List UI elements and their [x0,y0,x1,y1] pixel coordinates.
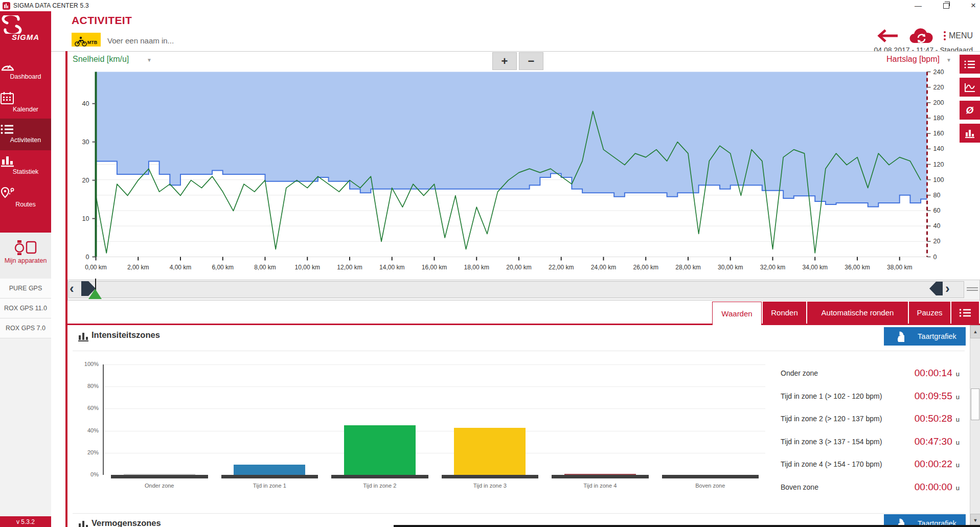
svg-text:22,00 km: 22,00 km [549,264,574,271]
zone-value-row: Tijd in zone 3 (> 137 - 154 bpm)00:47:30… [781,430,960,453]
svg-text:20: 20 [933,238,941,245]
panel-scrollbar[interactable]: ▲ ▼ [970,325,980,527]
zone-value-row: Tijd in zone 2 (> 120 - 137 bpm)00:50:28… [781,407,960,430]
scrollbar-track[interactable] [69,281,964,298]
left-metric-caret-icon[interactable]: ▼ [145,57,153,64]
mtb-cyclist-icon [74,36,87,47]
menu-button[interactable]: MENU [944,31,973,40]
sidebar-device-rox-gps-11[interactable]: ROX GPS 11.0 [0,299,51,318]
sigma-logo-text: SIGMA [0,33,51,41]
sidebar-item-dashboard[interactable]: Dashboard [0,55,51,87]
sidebar-item-activiteiten[interactable]: Activiteiten [0,119,51,150]
restore-icon [943,3,949,9]
svg-text:8,00 km: 8,00 km [254,264,276,271]
y-tick-label: 80% [78,383,99,389]
intensity-section-icon [78,331,89,341]
tab-list-button[interactable] [951,302,979,324]
zone-bar[interactable] [454,428,526,475]
category-label: Tijd in zone 2 [329,483,431,489]
kebab-icon [944,31,946,40]
scrollbar-thumb[interactable] [971,388,979,420]
category-label: Tijd in zone 4 [549,483,651,489]
svg-text:36,00 km: 36,00 km [845,264,870,271]
pie-chart-icon [893,331,904,342]
list-icon [0,123,14,135]
svg-text:100: 100 [933,176,944,184]
sidebar-device-pure-gps[interactable]: PURE GPS [0,279,51,299]
chart-view-bars-button[interactable] [960,124,980,143]
sport-type-label: MTB [87,40,98,45]
svg-text:140: 140 [933,145,944,152]
grid-line [103,453,765,453]
route-pin-icon [0,187,15,200]
tab-pauzes[interactable]: Pauzes [909,302,950,324]
y-tick-label: 100% [78,361,99,367]
app-icon [3,2,10,10]
window-title: SIGMA DATA CENTER 5.3 [13,2,89,9]
tab-ronden[interactable]: Ronden [763,302,806,324]
svg-text:10: 10 [82,215,89,222]
minimize-button[interactable]: — [915,0,922,11]
svg-text:38,00 km: 38,00 km [887,264,912,271]
chart-view-curve-button[interactable] [960,78,980,97]
page-title: ACTIVITEIT [72,14,132,27]
application-window: SIGMA DATA CENTER 5.3 — × SIGMA Dashboar… [0,0,980,527]
scroll-up-button[interactable]: ▲ [970,325,980,338]
sigma-logo-icon [0,15,24,34]
scroll-left-icon[interactable]: ‹ [70,280,74,297]
svg-text:160: 160 [933,130,944,137]
svg-text:60: 60 [933,207,941,214]
zoom-in-button[interactable]: + [492,52,517,70]
devices-icon [14,239,37,256]
cloud-sync-icon[interactable] [908,27,935,45]
power-section-icon [78,519,89,527]
svg-text:12,00 km: 12,00 km [337,264,362,271]
sidebar-device-rox-gps-7[interactable]: ROX GPS 7.0 [0,318,51,338]
activity-name-input[interactable] [106,34,272,47]
tab-list-icon [959,308,971,317]
tab-automatische-ronden[interactable]: Automatische ronden [807,302,908,324]
grid-line [103,364,765,365]
svg-text:10,00 km: 10,00 km [295,264,320,271]
svg-text:120: 120 [933,161,944,168]
right-metric-caret-icon[interactable]: ▼ [945,57,953,64]
activity-line-chart[interactable]: 0102030400204060801001201401601802002202… [67,52,980,279]
y-tick-label: 60% [78,405,99,411]
right-metric-selector[interactable]: Hartslag [bpm] [834,55,940,64]
zoom-out-button[interactable]: − [519,52,543,70]
position-marker-icon[interactable] [88,289,102,299]
zone-bar[interactable] [344,425,416,475]
tab-waarden[interactable]: Waarden [712,302,762,325]
sidebar-item-statistiek[interactable]: Statistiek [0,150,51,182]
scroll-right-icon[interactable]: › [945,280,950,297]
chart-view-average-button[interactable]: Ø [960,101,980,120]
sport-type-badge[interactable]: MTB [72,33,101,47]
svg-text:0: 0 [86,254,89,261]
zone-bar[interactable] [234,465,305,475]
scrollbar-grip-icon[interactable] [967,287,978,291]
svg-text:18,00 km: 18,00 km [464,264,489,271]
svg-text:6,00 km: 6,00 km [212,264,234,271]
sidebar-item-routes[interactable]: Routes [0,182,51,214]
bar-baseline [442,475,539,478]
detail-tabs: Waarden Ronden Automatische ronden Pauze… [712,302,979,325]
sidebar-item-kalender[interactable]: Kalender [0,87,51,119]
svg-text:34,00 km: 34,00 km [803,264,828,271]
svg-text:28,00 km: 28,00 km [675,264,700,271]
app-version: v 5.3.2 [0,516,51,527]
sidebar-item-mijn-apparaten[interactable]: Mijn apparaten [0,233,51,279]
svg-text:80: 80 [933,192,941,199]
close-button[interactable]: × [971,0,976,11]
svg-text:2,00 km: 2,00 km [127,264,149,271]
intensity-pie-chart-label: Taartgrafiek [918,332,956,340]
back-arrow-icon[interactable] [877,29,899,42]
chart-zoom-scrollbar[interactable]: ‹ › [67,280,980,301]
left-metric-selector[interactable]: Snelheid [km/u] [73,55,129,64]
svg-text:30,00 km: 30,00 km [718,264,743,271]
intensity-pie-chart-button[interactable]: Taartgrafiek [884,327,966,346]
chart-view-list-button[interactable] [960,55,980,74]
sidebar: SIGMA Dashboard Kalender Acti [0,11,51,516]
svg-text:180: 180 [933,114,944,122]
zone-value-row: Tijd in zone 1 (> 102 - 120 bpm)00:09:55… [781,385,960,408]
restore-button[interactable] [943,3,949,9]
